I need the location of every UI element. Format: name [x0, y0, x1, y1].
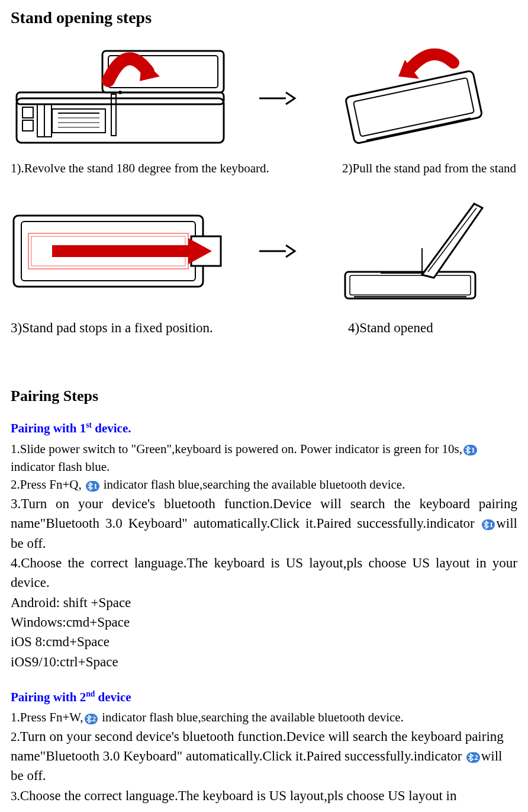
pair2-s3b: Choose the correct language.The keyboard… — [20, 788, 457, 803]
caption-step3: 3)Stand pad stops in a fixed position. — [11, 318, 348, 338]
svg-rect-3 — [22, 120, 33, 131]
svg-marker-32 — [422, 204, 482, 278]
caption-row-1: 1).Revolve the stand 180 degree from the… — [11, 159, 517, 177]
bluetooth-2-icon: 2 — [466, 752, 480, 763]
svg-rect-2 — [22, 107, 33, 118]
pair1-s2a: 2.Press Fn+Q, — [11, 477, 85, 492]
pairing-2nd-title-post: device — [95, 690, 131, 704]
caption-row-2: 3)Stand pad stops in a fixed position. 4… — [11, 318, 517, 338]
pair2-s1b: indicator flash blue,searching the avail… — [99, 710, 404, 724]
pair1-s2b: indicator flash blue,searching the avail… — [101, 477, 405, 492]
pairing-steps-heading: Pairing Steps — [11, 385, 517, 407]
diagram-row-1 — [11, 48, 517, 149]
caption-step2: 2)Pull the stand pad from the stand — [342, 159, 517, 177]
caption-step4: 4)Stand opened — [348, 318, 517, 338]
pairing-1st-title-pre: Pairing with 1 — [11, 421, 86, 435]
svg-point-14 — [118, 91, 122, 94]
pair2-step2: 2.Turn on your second device's bluetooth… — [11, 727, 517, 786]
svg-rect-4 — [37, 104, 44, 137]
bt1-num: 1 — [94, 481, 98, 492]
stand-opening-heading: Stand opening steps — [11, 6, 517, 30]
bluetooth-1-icon: 1 — [482, 519, 495, 531]
bluetooth-1-icon: 1 — [463, 444, 477, 456]
arrow-icon — [236, 242, 318, 260]
svg-line-33 — [428, 208, 477, 272]
pair1-windows: Windows:cmd+Space — [11, 612, 517, 632]
pair2-s2a: 2. — [11, 730, 20, 744]
svg-rect-17 — [345, 70, 482, 143]
bt2-num: 2 — [474, 752, 478, 763]
pairing-1st-title-post: device. — [92, 421, 131, 435]
pair1-step3: 3.Turn on your device's bluetooth functi… — [11, 494, 517, 553]
bt1-num: 1 — [471, 445, 475, 455]
pairing-2nd-title-sup: nd — [86, 689, 95, 698]
pair2-step3: 3.Choose the correct language.The keyboa… — [11, 786, 517, 805]
diagram-row-2 — [11, 195, 517, 307]
bt2-num: 2 — [92, 714, 96, 724]
caption-step1: 1).Revolve the stand 180 degree from the… — [11, 159, 342, 177]
bluetooth-2-icon: 2 — [85, 713, 98, 725]
diagram-step2 — [318, 48, 508, 149]
pair1-s1a: 1.Slide power switch to "Green",keyboard… — [11, 442, 462, 456]
bluetooth-1-icon: 1 — [86, 480, 99, 492]
pair2-s1a: 1.Press Fn+W, — [11, 710, 83, 724]
pair2-s2b: Turn on your second device's bluetooth f… — [11, 729, 504, 763]
pairing-2nd-title: Pairing with 2nd device — [11, 688, 517, 706]
pair1-s1b: indicator flash blue. — [11, 460, 110, 474]
svg-rect-13 — [111, 94, 116, 136]
diagram-step3 — [11, 204, 236, 299]
svg-rect-26 — [52, 245, 188, 257]
pair1-step2: 2.Press Fn+Q, 1 indicator flash blue,sea… — [11, 476, 517, 493]
pairing-2nd-title-pre: Pairing with 2 — [11, 690, 86, 704]
pair1-ios910: iOS9/10:ctrl+Space — [11, 652, 517, 672]
arrow-icon — [236, 89, 318, 107]
diagram-step1 — [11, 48, 236, 149]
pair1-s3a: 3.Turn on your device's bluetooth functi… — [11, 496, 517, 531]
pair1-android: Android: shift +Space — [11, 593, 517, 612]
pair1-step1: 1.Slide power switch to "Green",keyboard… — [11, 440, 517, 476]
pairing-1st-title-sup: st — [86, 421, 92, 429]
diagram-step4 — [318, 195, 508, 307]
pair1-ios8: iOS 8:cmd+Space — [11, 632, 517, 651]
bt1-num: 1 — [490, 519, 494, 530]
pair2-s3a: 3. — [11, 789, 20, 803]
pair2-step1: 1.Press Fn+W,2 indicator flash blue,sear… — [11, 708, 517, 726]
pair1-step4: 4.Choose the correct language.The keyboa… — [11, 553, 517, 593]
pairing-1st-title: Pairing with 1st device. — [11, 419, 517, 437]
svg-rect-5 — [44, 104, 51, 137]
